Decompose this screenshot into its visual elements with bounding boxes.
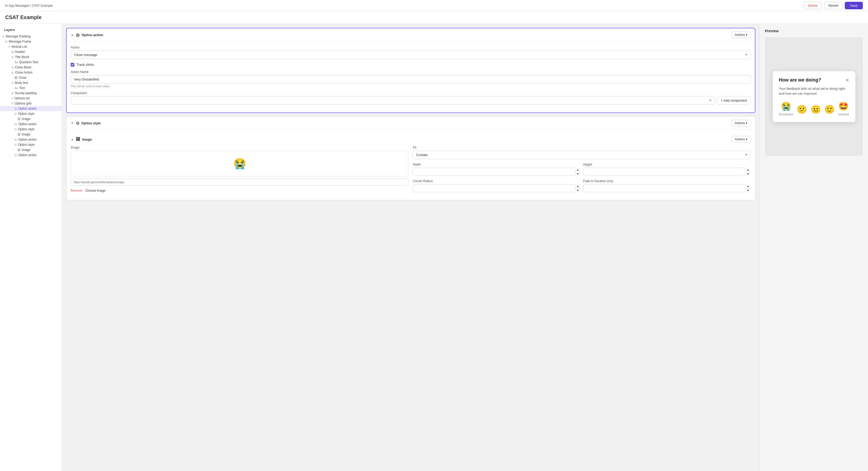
height-decrement-button[interactable]: ▼	[745, 172, 751, 176]
save-button[interactable]: Save	[845, 2, 863, 9]
option-style-chevron-icon: ▼	[71, 121, 74, 125]
sidebar-item-text[interactable]: AaText	[0, 86, 62, 91]
option-action-actions-button[interactable]: Actions ▾	[732, 31, 751, 38]
remove-image-button[interactable]: Remove	[71, 189, 82, 193]
sidebar-item-close-action[interactable]: ◎Close Action	[0, 70, 62, 75]
sidebar-item-image-1[interactable]: 🖼Image	[0, 116, 62, 122]
emoji-item-3: 😐	[811, 104, 821, 116]
sidebar-item-options-grid[interactable]: ⠿Options grid	[0, 101, 62, 106]
width-increment-button[interactable]: ▲	[575, 168, 581, 172]
sidebar-item-header[interactable]: |||Header	[0, 49, 62, 55]
sidebar-item-message-padding[interactable]: ⊙Message Padding	[0, 34, 62, 39]
action-name-hint: This will be used to track clicks	[71, 85, 751, 88]
sidebar-item-options-list[interactable]: ≡Options list	[0, 96, 62, 101]
image-left-col: Image 😭 Remove Choose image	[71, 146, 409, 196]
layer-icon-survey-padding: ⊙	[11, 92, 14, 95]
sidebar-item-question-text[interactable]: AaQuestion Text	[0, 60, 62, 65]
corner-radius-increment-button[interactable]: ▲	[575, 184, 581, 188]
sidebar-item-close[interactable]: 🖼Close	[0, 75, 62, 80]
layer-icon-vertical-list: ≡	[8, 45, 10, 48]
height-increment-button[interactable]: ▲	[745, 168, 751, 172]
preview-modal: How are we doing? ✕ Your feedback tells …	[773, 71, 855, 122]
corner-radius-decrement-button[interactable]: ▼	[575, 188, 581, 192]
width-input[interactable]	[413, 168, 581, 176]
image-header[interactable]: ▲ 🖼 Image Actions ▾	[71, 134, 751, 146]
breadcrumb-current: CSAT Example	[32, 4, 53, 7]
sidebar-item-message-frame[interactable]: ⊙Message Frame	[0, 39, 62, 44]
fade-in-input[interactable]	[583, 184, 751, 192]
track-clicks-row: Track clicks	[71, 63, 751, 67]
page-title: CSAT Example	[0, 11, 868, 24]
option-style-title: Option style	[81, 121, 101, 125]
sidebar-item-option-action-2[interactable]: ◎Option action	[0, 122, 62, 127]
action-name-group: Action Name This will be used to track c…	[71, 70, 751, 88]
image-emoji: 😭	[234, 158, 246, 170]
layer-label-options-grid: Options grid	[15, 102, 31, 105]
fade-in-increment-button[interactable]: ▲	[745, 184, 751, 188]
sidebar-item-title-block[interactable]: ⊙Title Block	[0, 55, 62, 60]
choose-image-button[interactable]: Choose image	[86, 189, 105, 193]
fit-select[interactable]: Contain Cover Fill None	[413, 150, 751, 159]
width-group: Width ▲ ▼	[413, 163, 581, 176]
layer-icon-close-block: ⊙	[11, 66, 14, 69]
sidebar-item-body-text[interactable]: ⊙Body text	[0, 80, 62, 86]
height-label: Height	[583, 163, 751, 166]
layer-icon-option-action-1: ◎	[14, 107, 17, 110]
layer-label-message-padding: Message Padding	[6, 35, 30, 38]
layer-icon-message-frame: ⊙	[5, 40, 7, 43]
breadcrumb-parent[interactable]: In-App Messages	[5, 4, 29, 7]
image-actions-button[interactable]: Actions ▾	[732, 136, 751, 143]
image-url-input[interactable]	[71, 178, 409, 186]
layer-label-image-1: Image	[22, 117, 30, 121]
layer-label-option-style-3: Option style	[18, 143, 34, 146]
sidebar-item-image-3[interactable]: 🖼Image	[0, 147, 62, 153]
actions-chevron-icon: ▾	[746, 33, 747, 37]
image-upload-box[interactable]: 😭	[71, 150, 409, 176]
sidebar-item-option-style-1[interactable]: ⊙Option style	[0, 111, 62, 116]
sidebar-item-option-action-4[interactable]: ◎Option action	[0, 153, 62, 158]
layer-icon-options-list: ≡	[11, 97, 13, 100]
modal-body: Your feedback tells us what we're doing …	[779, 86, 849, 96]
add-component-button[interactable]: + Add component	[717, 96, 751, 105]
emoji-label-5: Satisfied	[838, 113, 849, 116]
emoji-label-1: Dissatisfied	[779, 113, 794, 116]
sidebar-item-close-block[interactable]: ⊙Close Block	[0, 65, 62, 70]
height-input[interactable]	[583, 168, 751, 176]
modal-title: How are we doing?	[779, 77, 821, 83]
layer-label-question-text: Question Text	[19, 60, 38, 64]
layer-label-option-action-2: Option action	[18, 122, 37, 126]
option-style-actions-button[interactable]: Actions ▾	[732, 120, 751, 126]
width-decrement-button[interactable]: ▼	[575, 172, 581, 176]
sidebar-item-option-action-1[interactable]: ◎Option action	[0, 106, 62, 111]
layer-label-message-frame: Message Frame	[9, 40, 31, 43]
action-name-input[interactable]	[71, 75, 751, 83]
option-action-header[interactable]: ▲ ◎ Option action Actions ▾	[67, 28, 755, 41]
fade-in-group: Fade In Duration (ms) ▲ ▼	[583, 179, 751, 192]
revert-button[interactable]: Revert	[824, 2, 843, 9]
modal-close-button[interactable]: ✕	[845, 77, 849, 83]
corner-radius-input[interactable]	[413, 184, 581, 192]
chevron-up-icon: ▲	[71, 33, 74, 37]
sidebar-item-image-2[interactable]: 🖼Image	[0, 132, 62, 137]
sidebar-item-option-action-3[interactable]: ◎Option action	[0, 137, 62, 142]
sidebar-item-vertical-list[interactable]: ≡Vertical List	[0, 44, 62, 49]
sidebar-item-option-style-2[interactable]: ⊙Option style	[0, 127, 62, 132]
component-select[interactable]	[71, 96, 715, 105]
corner-radius-group: Corner Radius ▲ ▼	[413, 179, 581, 192]
fade-in-label: Fade In Duration (ms)	[583, 179, 751, 183]
center-panel: ▲ ◎ Option action Actions ▾ Action Close…	[62, 24, 760, 471]
sidebar-item-option-style-3[interactable]: ⊙Option style	[0, 142, 62, 147]
option-action-icon: ◎	[76, 33, 80, 37]
track-clicks-checkbox[interactable]	[71, 63, 74, 67]
option-style-header[interactable]: ▼ ⊙ Option style Actions ▾	[67, 116, 755, 130]
image-actions-chevron-icon: ▾	[746, 137, 747, 141]
layer-label-title-block: Title Block	[15, 55, 29, 59]
layer-label-option-action-3: Option action	[18, 138, 37, 141]
layer-label-image-2: Image	[22, 133, 30, 136]
preview-panel: Preview How are we doing? ✕ Your feedbac…	[760, 24, 868, 471]
delete-button[interactable]: Delete	[803, 2, 822, 9]
track-clicks-label: Track clicks	[76, 63, 94, 67]
action-select[interactable]: Close message Navigate Open URL Custom a…	[71, 51, 751, 59]
fade-in-decrement-button[interactable]: ▼	[745, 188, 751, 192]
sidebar-item-survey-padding[interactable]: ⊙Survey padding	[0, 91, 62, 96]
